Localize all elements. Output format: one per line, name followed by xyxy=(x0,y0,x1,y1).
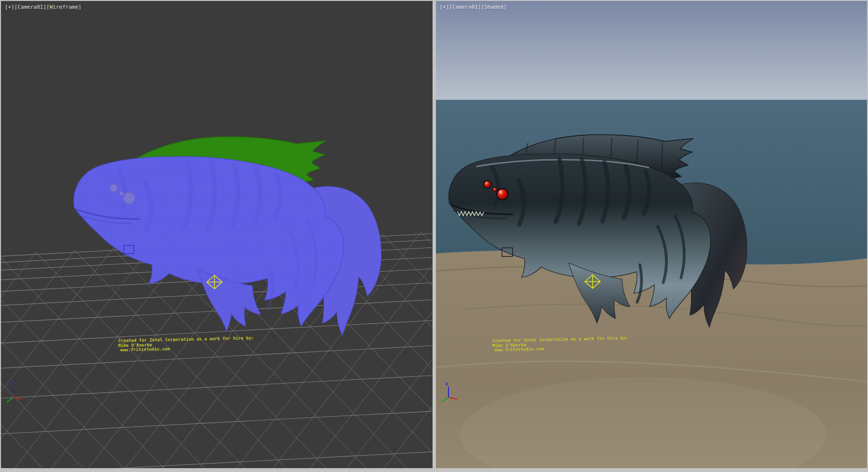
credit-overlay-text: Created for Intel Corporation as a work … xyxy=(492,336,628,352)
viewport-label[interactable]: [+][Camera01][Wireframe] xyxy=(5,4,81,10)
credit-overlay-text: Created for Intel Corporation as a work … xyxy=(118,336,254,352)
sky xyxy=(436,1,868,100)
viewport-canvas-shaded[interactable] xyxy=(436,1,868,468)
viewport-shaded[interactable]: [+][Camera01][Shaded] Created for Intel … xyxy=(436,1,868,468)
viewport-wireframe[interactable]: [+][Camera01][Wireframe] Created for Int… xyxy=(1,1,433,468)
viewport-split-window: [+][Camera01][Wireframe] Created for Int… xyxy=(0,0,868,472)
viewport-canvas-wireframe[interactable] xyxy=(1,1,433,468)
viewport-label[interactable]: [+][Camera01][Shaded] xyxy=(440,4,507,10)
axis-z-label: z xyxy=(446,381,448,386)
axis-z-label: z xyxy=(11,381,13,386)
